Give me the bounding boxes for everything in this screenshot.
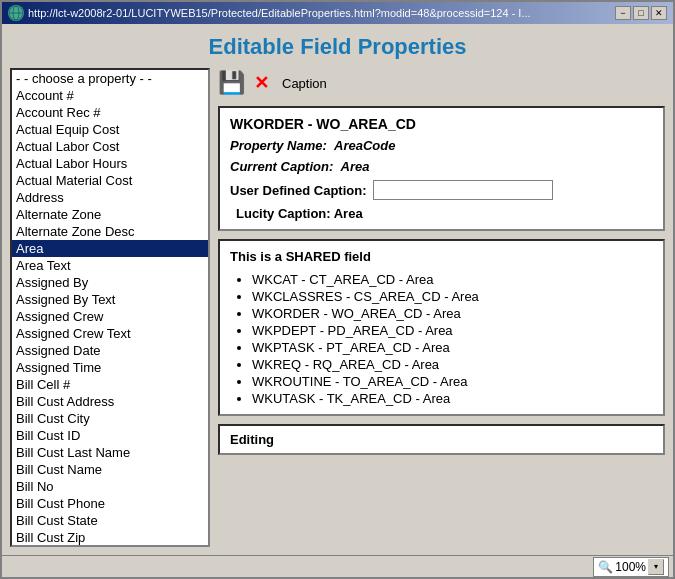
list-item[interactable]: Assigned By Text — [12, 291, 208, 308]
save-button[interactable]: 💾 — [218, 70, 244, 96]
list-item[interactable]: Actual Labor Cost — [12, 138, 208, 155]
caption-label: Caption — [282, 76, 327, 91]
list-item[interactable]: Bill Cust Phone — [12, 495, 208, 512]
list-item[interactable]: Account Rec # — [12, 104, 208, 121]
list-item[interactable]: Area — [12, 240, 208, 257]
title-bar-buttons: − □ ✕ — [615, 6, 667, 20]
list-item[interactable]: Assigned By — [12, 274, 208, 291]
list-item[interactable]: Bill Cust Zip — [12, 529, 208, 545]
current-caption-line: Current Caption: Area — [230, 159, 653, 174]
maximize-button[interactable]: □ — [633, 6, 649, 20]
property-name-line: Property Name: AreaCode — [230, 138, 653, 153]
current-caption-value: Area — [341, 159, 370, 174]
property-list[interactable]: - - choose a property - - Account #Accou… — [12, 70, 208, 545]
list-item[interactable]: Assigned Crew Text — [12, 325, 208, 342]
close-button[interactable]: ✕ — [651, 6, 667, 20]
zoom-dropdown-button[interactable]: ▾ — [648, 559, 664, 575]
shared-list: WKCAT - CT_AREA_CD - AreaWKCLASSRES - CS… — [230, 272, 653, 406]
list-item[interactable]: Account # — [12, 87, 208, 104]
list-item[interactable]: Area Text — [12, 257, 208, 274]
content-area: Editable Field Properties - - choose a p… — [2, 24, 673, 555]
cancel-button[interactable]: ✕ — [248, 70, 274, 96]
zoom-icon: 🔍 — [598, 560, 613, 574]
title-bar-left: http://lct-w2008r2-01/LUCITYWEB15/Protec… — [8, 5, 531, 21]
list-item[interactable]: Bill Cust Address — [12, 393, 208, 410]
main-layout: - - choose a property - - Account #Accou… — [2, 68, 673, 555]
list-item[interactable]: Bill No — [12, 478, 208, 495]
title-bar: http://lct-w2008r2-01/LUCITYWEB15/Protec… — [2, 2, 673, 24]
user-defined-input[interactable] — [373, 180, 553, 200]
list-item[interactable]: Actual Material Cost — [12, 172, 208, 189]
caption-box-title: WKORDER - WO_AREA_CD — [230, 116, 653, 132]
cancel-icon: ✕ — [254, 72, 269, 94]
list-item[interactable]: Address — [12, 189, 208, 206]
shared-list-item: WKCLASSRES - CS_AREA_CD - Area — [252, 289, 653, 304]
list-item[interactable]: Bill Cust City — [12, 410, 208, 427]
list-item[interactable]: Assigned Crew — [12, 308, 208, 325]
lucity-caption-row: Lucity Caption: Area — [230, 206, 653, 221]
list-item-placeholder[interactable]: - - choose a property - - — [12, 70, 208, 87]
property-name-label: Property Name: — [230, 138, 327, 153]
browser-icon — [8, 5, 24, 21]
list-item[interactable]: Bill Cust Name — [12, 461, 208, 478]
list-item[interactable]: Actual Equip Cost — [12, 121, 208, 138]
shared-list-item: WKUTASK - TK_AREA_CD - Area — [252, 391, 653, 406]
shared-list-item: WKREQ - RQ_AREA_CD - Area — [252, 357, 653, 372]
right-panel: 💾 ✕ Caption WKORDER - WO_AREA_CD Propert… — [218, 68, 665, 547]
list-item[interactable]: Bill Cust State — [12, 512, 208, 529]
shared-list-item: WKORDER - WO_AREA_CD - Area — [252, 306, 653, 321]
zoom-value: 100% — [615, 560, 646, 574]
zoom-control: 🔍 100% ▾ — [593, 557, 669, 577]
shared-field-box: This is a SHARED field WKCAT - CT_AREA_C… — [218, 239, 665, 416]
list-item[interactable]: Assigned Time — [12, 359, 208, 376]
minimize-button[interactable]: − — [615, 6, 631, 20]
list-item[interactable]: Assigned Date — [12, 342, 208, 359]
user-defined-label: User Defined Caption: — [230, 183, 367, 198]
shared-list-item: WKPTASK - PT_AREA_CD - Area — [252, 340, 653, 355]
list-item[interactable]: Alternate Zone Desc — [12, 223, 208, 240]
property-name-value: AreaCode — [334, 138, 395, 153]
list-item[interactable]: Alternate Zone — [12, 206, 208, 223]
status-bar: 🔍 100% ▾ — [2, 555, 673, 577]
shared-list-item: WKROUTINE - TO_AREA_CD - Area — [252, 374, 653, 389]
window-frame: http://lct-w2008r2-01/LUCITYWEB15/Protec… — [0, 0, 675, 579]
toolbar: 💾 ✕ Caption — [218, 68, 665, 98]
shared-list-item: WKPDEPT - PD_AREA_CD - Area — [252, 323, 653, 338]
caption-box: WKORDER - WO_AREA_CD Property Name: Area… — [218, 106, 665, 231]
title-bar-text: http://lct-w2008r2-01/LUCITYWEB15/Protec… — [28, 7, 531, 19]
list-item[interactable]: Bill Cust ID — [12, 427, 208, 444]
editing-title: Editing — [230, 432, 653, 447]
property-list-panel: - - choose a property - - Account #Accou… — [10, 68, 210, 547]
shared-title: This is a SHARED field — [230, 249, 653, 264]
shared-list-item: WKCAT - CT_AREA_CD - Area — [252, 272, 653, 287]
editing-box: Editing — [218, 424, 665, 455]
current-caption-label: Current Caption: — [230, 159, 333, 174]
list-item[interactable]: Bill Cust Last Name — [12, 444, 208, 461]
save-icon: 💾 — [218, 70, 245, 96]
user-defined-row: User Defined Caption: — [230, 180, 653, 200]
list-item[interactable]: Bill Cell # — [12, 376, 208, 393]
page-title: Editable Field Properties — [2, 24, 673, 68]
list-item[interactable]: Actual Labor Hours — [12, 155, 208, 172]
